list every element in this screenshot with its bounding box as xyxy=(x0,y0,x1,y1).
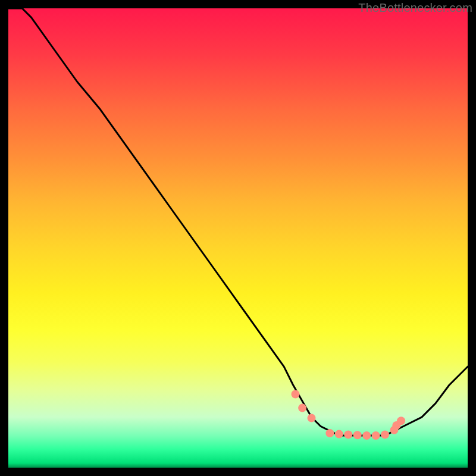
watermark-text: TheBottlenecker.com xyxy=(358,1,472,15)
gradient-background xyxy=(8,8,468,468)
plot-area xyxy=(8,8,468,468)
chart-frame: TheBottlenecker.com xyxy=(0,0,476,476)
